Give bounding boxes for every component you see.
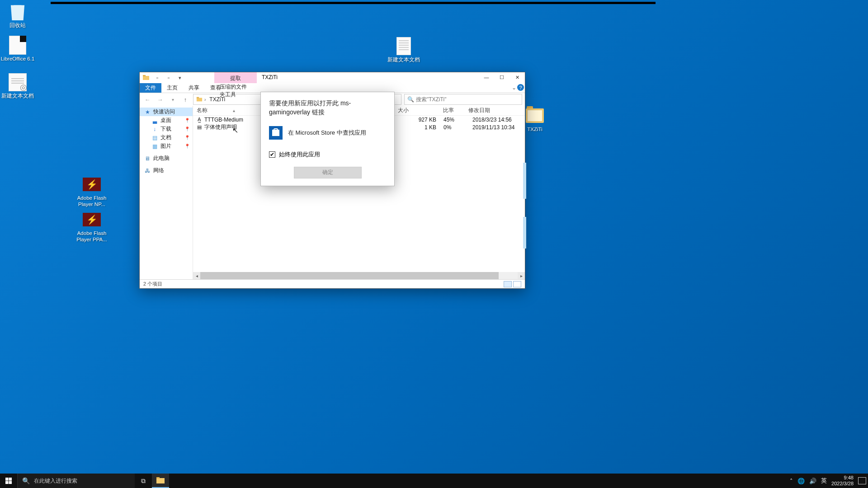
status-bar: 2 个项目: [140, 279, 525, 288]
scroll-right-icon[interactable]: ▸: [518, 272, 525, 279]
titlebar[interactable]: ▫ ▫ ▾ 提取 TXZiTi — ☐ ✕: [140, 72, 525, 83]
icon-label: Adobe Flash Player NP...: [74, 195, 109, 208]
sidebar-quick-access[interactable]: ★快速访问: [140, 108, 193, 116]
sort-indicator-icon: ▴: [233, 108, 235, 113]
col-size[interactable]: 大小: [394, 107, 439, 114]
minimize-button[interactable]: —: [479, 72, 494, 82]
tab-share[interactable]: 共享: [183, 83, 205, 93]
desktop-icon-flash-ppa[interactable]: ⚡ Adobe Flash Player PPA...: [74, 211, 109, 243]
icon-label: Adobe Flash Player PPA...: [74, 230, 109, 243]
taskbar-search[interactable]: 🔍 在此键入进行搜索: [17, 474, 135, 488]
network-icon[interactable]: 🌐: [797, 478, 805, 484]
collapse-ribbon-icon[interactable]: ⌄: [512, 84, 516, 91]
ok-button[interactable]: 确定: [294, 167, 362, 178]
search-box[interactable]: 🔍: [404, 94, 522, 105]
text-file-icon: [396, 37, 411, 55]
maximize-button[interactable]: ☐: [494, 72, 509, 82]
scroll-left-icon[interactable]: ◂: [193, 272, 200, 279]
svg-rect-0: [143, 76, 149, 80]
always-use-row[interactable]: ✔ 始终使用此应用: [269, 150, 386, 159]
window-title: TXZiTi: [262, 72, 278, 82]
sidebar-label: 此电脑: [153, 155, 170, 162]
chevron-right-icon[interactable]: ›: [204, 97, 206, 102]
sidebar-this-pc[interactable]: 🖥此电脑: [140, 154, 193, 163]
icon-label: 回收站: [9, 22, 26, 28]
contextual-tab-extract[interactable]: 提取: [214, 72, 257, 84]
sidebar-network[interactable]: 🖧网络: [140, 166, 193, 175]
sidebar-desktop[interactable]: ▃桌面📍: [140, 116, 193, 125]
documents-icon: ▤: [151, 135, 158, 141]
desktop-icon-newtext-center[interactable]: 新建文本文档: [386, 37, 421, 63]
col-name[interactable]: 名称: [197, 107, 208, 114]
sidebar-downloads[interactable]: ↓下载📍: [140, 125, 193, 133]
desktop-icon-recycle-bin[interactable]: 回收站: [0, 3, 35, 28]
horizontal-scrollbar[interactable]: ◂ ▸: [193, 272, 525, 279]
clock[interactable]: 9:48 2022/3/28: [831, 475, 854, 486]
desktop-icon-newtext-left[interactable]: 新建文本文档: [0, 73, 35, 99]
close-button[interactable]: ✕: [509, 72, 525, 82]
forward-button[interactable]: →: [155, 94, 165, 104]
help-icon[interactable]: ?: [517, 84, 524, 91]
recent-dropdown[interactable]: ▾: [168, 94, 178, 104]
qat-button[interactable]: ▫: [163, 73, 174, 83]
clock-time: 9:48: [831, 475, 854, 481]
desktop-icon-flash-np[interactable]: ⚡ Adobe Flash Player NP...: [74, 175, 109, 208]
tab-home[interactable]: 主页: [161, 83, 183, 93]
svg-rect-6: [5, 481, 9, 484]
scroll-thumb[interactable]: [200, 272, 499, 279]
font-file-icon: A̲: [196, 116, 203, 123]
svg-rect-5: [9, 478, 12, 481]
sidebar-label: 文档: [160, 134, 171, 141]
svg-rect-7: [9, 481, 12, 484]
vertical-scroll-sliver: [523, 217, 526, 249]
search-placeholder: 在此键入进行搜索: [34, 477, 77, 485]
path-root[interactable]: ›: [194, 94, 208, 104]
svg-rect-8: [156, 478, 165, 483]
desktop-icon: ▃: [151, 117, 158, 124]
scroll-track[interactable]: [200, 272, 518, 279]
qat-dropdown[interactable]: ▾: [175, 73, 185, 83]
task-view-button[interactable]: ⧉: [135, 474, 152, 488]
qat-button[interactable]: ▫: [152, 73, 163, 83]
flash-icon: ⚡: [83, 178, 101, 191]
pictures-icon: ▦: [151, 143, 158, 150]
desktop-icon-libreoffice[interactable]: LibreOffice 6.1: [0, 36, 35, 62]
sidebar-documents[interactable]: ▤文档📍: [140, 133, 193, 142]
store-label: 在 Microsoft Store 中查找应用: [288, 129, 366, 137]
start-button[interactable]: [0, 474, 17, 488]
sidebar-label: 下载: [160, 125, 171, 133]
view-details-button[interactable]: [504, 281, 512, 287]
navigation-pane: ★快速访问 ▃桌面📍 ↓下载📍 ▤文档📍 ▦图片📍 🖥此电脑 🖧网络: [140, 106, 193, 279]
ime-indicator[interactable]: 英: [821, 477, 827, 485]
back-button[interactable]: ←: [142, 94, 152, 104]
view-icons-button[interactable]: [513, 281, 521, 287]
pin-icon: 📍: [184, 127, 190, 131]
tray-overflow-icon[interactable]: ˄: [790, 478, 793, 484]
tab-zip-tools[interactable]: 压缩的文件夹工具: [214, 83, 257, 99]
ribbon-right: ⌄ ?: [512, 84, 524, 91]
col-date[interactable]: 修改日期: [465, 107, 525, 114]
icon-label: 新建文本文档: [387, 56, 420, 63]
action-center-icon[interactable]: [858, 477, 866, 484]
search-input[interactable]: [416, 96, 519, 103]
taskbar-explorer[interactable]: [152, 474, 169, 488]
store-option[interactable]: 在 Microsoft Store 中查找应用: [269, 126, 386, 140]
up-button[interactable]: ↑: [180, 94, 190, 104]
folder-icon: [196, 96, 203, 103]
icon-label: TXZiTi: [527, 126, 542, 132]
file-date: 2019/11/13 10:34: [469, 124, 525, 131]
pin-icon: 📍: [184, 144, 190, 149]
svg-rect-3: [197, 97, 199, 99]
col-ratio[interactable]: 比率: [439, 107, 465, 114]
volume-icon[interactable]: 🔊: [809, 478, 816, 484]
svg-rect-2: [197, 98, 202, 102]
sidebar-pictures[interactable]: ▦图片📍: [140, 142, 193, 150]
file-size: 1 KB: [398, 124, 443, 131]
pin-icon: 📍: [184, 135, 190, 140]
pin-icon: 📍: [184, 118, 190, 123]
file-ratio: 45%: [443, 117, 469, 123]
search-icon: 🔍: [22, 477, 30, 484]
sidebar-label: 快速访问: [153, 108, 175, 116]
checkbox-checked-icon[interactable]: ✔: [269, 151, 275, 158]
tab-file[interactable]: 文件: [140, 83, 161, 93]
